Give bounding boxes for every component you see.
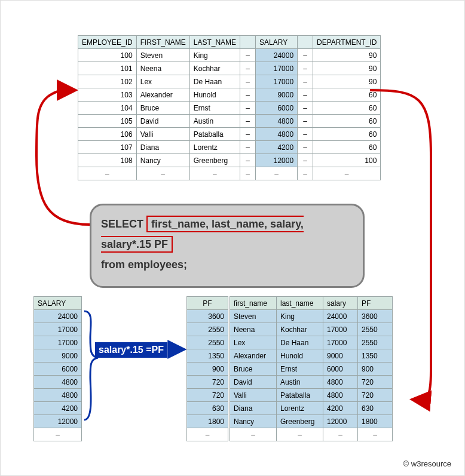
cell-first-name: Valli	[136, 128, 189, 141]
cell-first-name: David	[136, 115, 189, 128]
employees-row: 101 Neena Kochhar – 17000 – 90	[78, 62, 381, 75]
pf-row: 720	[187, 376, 228, 389]
salary-cell: 12000	[34, 415, 82, 428]
result-last-name: King	[277, 310, 323, 323]
cell-employee-id: 105	[78, 115, 137, 128]
employees-row: 107 Diana Lorentz – 4200 – 60	[78, 141, 381, 154]
col-first-name: FIRST_NAME	[136, 36, 189, 49]
cell-first-name: Lex	[136, 75, 189, 88]
result-pf: 720	[358, 376, 393, 389]
employees-row: 106 Valli Pataballa – 4800 – 60	[78, 128, 381, 141]
result-pf: 720	[358, 389, 393, 402]
salary-row: 17000	[34, 336, 82, 349]
pf-row: 720	[187, 389, 228, 402]
employees-row-more: ––– –– ––	[78, 167, 381, 180]
cell-first-name: Alexander	[136, 88, 189, 102]
cell-employee-id: 106	[78, 128, 137, 141]
cell-department-id: 90	[313, 62, 381, 75]
cell-ellipsis: –	[240, 88, 256, 102]
result-col-pf: PF	[358, 297, 393, 310]
cell-ellipsis: –	[298, 49, 313, 62]
cell-salary: 6000	[256, 102, 298, 115]
cell-ellipsis: –	[298, 154, 313, 167]
cell-ellipsis: –	[298, 88, 313, 102]
copyright-text: © w3resource	[403, 459, 451, 468]
result-row: Neena Kochhar 17000 2550	[230, 323, 393, 336]
salary-row: 4200	[34, 402, 82, 415]
result-row: David Austin 4800 720	[230, 376, 393, 389]
result-header-row: first_name last_name salary PF	[230, 297, 393, 310]
salary-row-more: –	[34, 428, 82, 441]
salary-row: 4800	[34, 376, 82, 389]
result-pf: 1350	[358, 349, 393, 363]
employees-row: 105 David Austin – 4800 – 60	[78, 115, 381, 128]
cell-employee-id: 103	[78, 88, 137, 102]
employees-row: 100 Steven King – 24000 – 90	[78, 49, 381, 62]
salary-row: 12000	[34, 415, 82, 428]
result-first-name: Steven	[230, 310, 277, 323]
pf-cell: 2550	[187, 323, 228, 336]
result-pf: 630	[358, 402, 393, 415]
cell-ellipsis: –	[298, 115, 313, 128]
result-last-name: Pataballa	[277, 389, 323, 402]
pf-row: 1800	[187, 415, 228, 428]
pf-column-table: PF 36002550255013509007207206301800–	[186, 296, 228, 441]
pf-cell: 2550	[187, 336, 228, 349]
result-pf: 1800	[358, 415, 393, 428]
cell-department-id: 60	[313, 115, 381, 128]
cell-department-id: 60	[313, 88, 381, 102]
cell-ellipsis: –	[240, 141, 256, 154]
salary-cell: 24000	[34, 310, 82, 323]
cell-salary: 24000	[256, 49, 298, 62]
result-col-first-name: first_name	[230, 297, 277, 310]
result-first-name: Diana	[230, 402, 277, 415]
sql-from-clause: from employees;	[101, 259, 187, 271]
cell-ellipsis: –	[298, 128, 313, 141]
cell-first-name: Neena	[136, 62, 189, 75]
result-pf: 2550	[358, 336, 393, 349]
pf-cell: 1800	[187, 415, 228, 428]
col-department-id: DEPARTMENT_ID	[313, 36, 381, 49]
salary-column-table: SALARY 240001700017000900060004800480042…	[33, 296, 82, 441]
cell-ellipsis: –	[240, 115, 256, 128]
pf-header: PF	[187, 297, 228, 310]
cell-salary: 4800	[256, 115, 298, 128]
cell-ellipsis: –	[240, 102, 256, 115]
cell-salary: 17000	[256, 75, 298, 88]
cell-salary: 17000	[256, 62, 298, 75]
pf-row: 630	[187, 402, 228, 415]
employees-header-row: EMPLOYEE_ID FIRST_NAME LAST_NAME SALARY …	[78, 36, 381, 49]
cell-department-id: 100	[313, 154, 381, 167]
result-salary: 17000	[323, 323, 358, 336]
pf-cell: 720	[187, 376, 228, 389]
cell-ellipsis: –	[298, 102, 313, 115]
cell-employee-id: 107	[78, 141, 137, 154]
cell-last-name: Lorentz	[189, 141, 240, 154]
pf-row: 3600	[187, 310, 228, 323]
cell-employee-id: 108	[78, 154, 137, 167]
col-salary: SALARY	[256, 36, 298, 49]
cell-ellipsis: –	[298, 75, 313, 88]
cell-salary: 9000	[256, 88, 298, 102]
salary-brace	[84, 311, 98, 420]
result-salary: 4800	[323, 376, 358, 389]
cell-ellipsis: –	[240, 128, 256, 141]
employees-source-table: EMPLOYEE_ID FIRST_NAME LAST_NAME SALARY …	[78, 35, 381, 180]
cell-department-id: 60	[313, 128, 381, 141]
salary-header: SALARY	[34, 297, 82, 310]
result-last-name: Kochhar	[277, 323, 323, 336]
result-salary: 4800	[323, 389, 358, 402]
cell-department-id: 60	[313, 141, 381, 154]
col-employee-id: EMPLOYEE_ID	[78, 36, 137, 49]
result-first-name: Alexander	[230, 349, 277, 363]
result-last-name: Greenberg	[277, 415, 323, 428]
cell-salary: 4200	[256, 141, 298, 154]
result-last-name: Ernst	[277, 363, 323, 376]
employees-row: 103 Alexander Hunold – 9000 – 60	[78, 88, 381, 102]
cell-last-name: Hunold	[189, 88, 240, 102]
result-last-name: Hunold	[277, 349, 323, 363]
pf-row: 1350	[187, 349, 228, 363]
result-last-name: Lorentz	[277, 402, 323, 415]
pf-cell: 3600	[187, 310, 228, 323]
cell-department-id: 90	[313, 75, 381, 88]
